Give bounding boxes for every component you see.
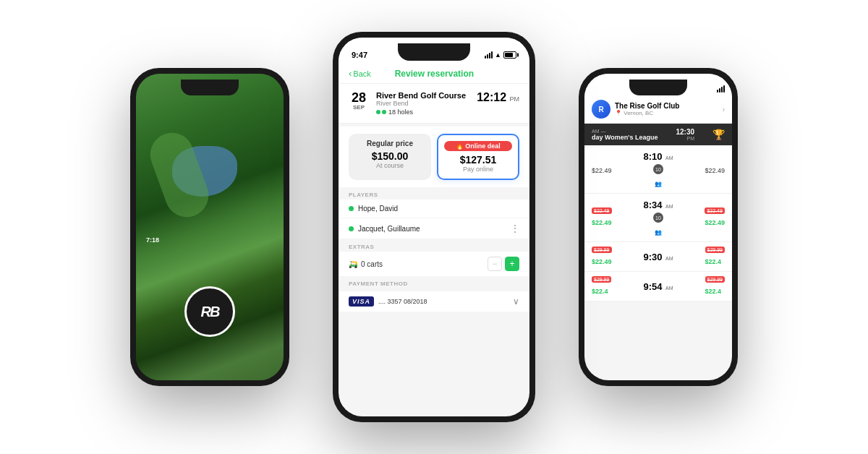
deal-price-4-right: $22.4 xyxy=(705,288,722,295)
right-header-chevron-icon: › xyxy=(723,106,725,113)
tee-slot-2[interactable]: $22.49 $22.49 8:34 AM 10 👥 $22.49 $22.49 xyxy=(584,194,732,242)
left-status-time: 7:18 xyxy=(146,236,159,244)
club-avatar: R xyxy=(592,100,610,119)
right-header: R The Rise Golf Club 📍 Vernon, BC › xyxy=(584,95,732,124)
tee-slot-3-right: $29.99 $22.4 xyxy=(705,247,725,267)
back-label: Back xyxy=(353,69,370,78)
tee-slot-4[interactable]: $29.99 $22.4 9:54 AM $29.99 $22.4 xyxy=(584,272,732,301)
regular-price-amount: $150.00 xyxy=(354,150,425,162)
tee-slot-1-time: 8:10 xyxy=(644,151,663,162)
deal-price-3-right: $22.4 xyxy=(705,258,722,265)
right-signal-icon xyxy=(717,85,725,93)
tee-slot-4-right: $29.99 $22.4 xyxy=(705,276,725,296)
regular-price-label: Regular price xyxy=(354,140,425,147)
nav-title: Review reservation xyxy=(395,69,474,79)
deal-price-4: $22.4 xyxy=(592,288,608,295)
phone-right: R The Rise Golf Club 📍 Vernon, BC › AM —… xyxy=(579,68,738,386)
cart-decrease-button[interactable]: − xyxy=(488,257,502,271)
league-banner: AM — day Women's League 12:30 PM 🏆 xyxy=(584,124,732,145)
tee-slot-1-period: AM xyxy=(665,155,673,160)
regular-price-card[interactable]: Regular price $150.00 At course xyxy=(349,134,431,180)
date-day: 28 xyxy=(349,91,369,104)
tee-slot-2-left: $22.49 $22.49 xyxy=(592,207,612,228)
deal-badge-3-right: $29.99 xyxy=(705,247,725,253)
online-deal-label: Online deal xyxy=(465,142,501,150)
league-time-label: AM — xyxy=(592,129,658,134)
online-deal-card[interactable]: 🔥 Online deal $127.51 Pay online xyxy=(437,134,519,180)
player-info-1: Hope, David xyxy=(349,205,398,213)
tee-slot-3-period: AM xyxy=(665,256,673,261)
tee-slot-4-period: AM xyxy=(665,286,673,291)
scene: RB 7:18 9:47 ▲ xyxy=(152,25,716,429)
trophy-icon: 🏆 xyxy=(712,129,725,140)
tee-slot-1-left-price: $22.49 xyxy=(592,163,612,176)
cart-row: 🛺 0 carts − + xyxy=(339,252,529,276)
visa-logo: VISA xyxy=(349,296,374,307)
tee-slot-4-left: $29.99 $22.4 xyxy=(592,276,611,296)
online-price-sub: Pay online xyxy=(444,166,512,173)
wifi-icon: ▲ xyxy=(495,51,501,59)
tee-slot-2-people-icon: 👥 xyxy=(655,229,662,236)
player-name-2: Jacquet, Guillaume xyxy=(358,225,420,233)
tee-slot-4-time: 9:54 xyxy=(644,281,663,292)
tee-slot-1-right-price: $22.49 xyxy=(705,163,725,176)
back-chevron-icon: ‹ xyxy=(349,68,352,79)
course-holes: 18 holes xyxy=(376,108,469,116)
league-name: day Women's League xyxy=(592,134,658,141)
fire-icon: 🔥 xyxy=(456,142,464,150)
course-location: River Bend xyxy=(376,100,469,107)
course-info: River Bend Golf Course River Bend 18 hol… xyxy=(376,91,469,116)
card-expiry: 08/2018 xyxy=(404,298,427,305)
extras-section-label: EXTRAS xyxy=(339,239,529,252)
course-name: River Bend Golf Course xyxy=(376,91,469,100)
players-section-label: PLAYERS xyxy=(339,187,529,200)
holes-text: 18 holes xyxy=(388,108,413,116)
tee-slot-3[interactable]: $29.99 $22.49 9:30 AM $29.99 $22.4 xyxy=(584,242,732,272)
card-details: .... 3357 08/2018 xyxy=(378,298,427,305)
tee-slot-2-time: 8:34 xyxy=(644,200,663,210)
pricing-section: Regular price $150.00 At course 🔥 Online… xyxy=(339,127,529,187)
battery-icon xyxy=(503,51,516,59)
payment-section-label: PAYMENT METHOD xyxy=(339,276,529,288)
regular-price-sub: At course xyxy=(354,162,425,169)
pricing-grid: Regular price $150.00 At course 🔥 Online… xyxy=(349,134,519,180)
club-name: The Rise Golf Club xyxy=(615,102,718,110)
payment-chevron-icon: ∨ xyxy=(513,296,519,307)
tee-time-display: 12:12 PM xyxy=(477,91,519,104)
phone-right-notch xyxy=(629,80,687,95)
deal-price-2-right: $22.49 xyxy=(705,219,725,226)
tee-slot-1-count: 10 xyxy=(653,164,663,174)
tee-slot-3-left: $29.99 $22.49 xyxy=(592,247,612,267)
more-options-icon[interactable]: ⋮ xyxy=(511,223,519,234)
phone-left: RB 7:18 xyxy=(130,68,289,386)
tee-time-value: 12:12 xyxy=(477,91,506,103)
deal-badge-2-right: $22.49 xyxy=(705,207,725,214)
online-price-amount: $127.51 xyxy=(444,154,512,166)
tee-slot-1[interactable]: $22.49 8:10 AM 10 👥 $22.49 xyxy=(584,145,732,194)
tee-time-period: PM xyxy=(510,95,520,103)
player-name-1: Hope, David xyxy=(358,205,398,213)
status-icons: ▲ xyxy=(485,51,516,59)
tee-slot-2-count: 10 xyxy=(653,213,663,223)
deal-price-2: $22.49 xyxy=(592,219,612,226)
phone-center-notch xyxy=(398,43,470,61)
league-time: 12:30 xyxy=(676,128,694,136)
deal-badge-2: $22.49 xyxy=(592,207,612,214)
signal-bars-icon xyxy=(485,51,493,59)
cart-controls: − + xyxy=(488,257,519,271)
phone-center-screen: 9:47 ▲ ‹ Bac xyxy=(339,38,529,416)
tee-slot-3-time: 9:30 xyxy=(644,252,663,262)
back-button[interactable]: ‹ Back xyxy=(349,68,371,79)
player-row-2: Jacquet, Guillaume ⋮ xyxy=(339,218,529,239)
card-last4: .... 3357 xyxy=(378,298,402,305)
deal-badge-3: $29.99 xyxy=(592,247,612,253)
tee-slot-2-period: AM xyxy=(665,204,673,209)
payment-section[interactable]: VISA .... 3357 08/2018 ∨ xyxy=(339,291,529,312)
cart-increase-button[interactable]: + xyxy=(505,257,519,271)
cart-info: 🛺 0 carts xyxy=(349,260,383,268)
club-name-block: The Rise Golf Club 📍 Vernon, BC xyxy=(615,102,718,116)
deal-badge-4: $29.99 xyxy=(592,276,611,283)
deal-badge-4-right: $29.99 xyxy=(705,276,725,283)
player-dot-2 xyxy=(349,226,354,231)
phone-right-screen: R The Rise Golf Club 📍 Vernon, BC › AM —… xyxy=(584,74,732,380)
